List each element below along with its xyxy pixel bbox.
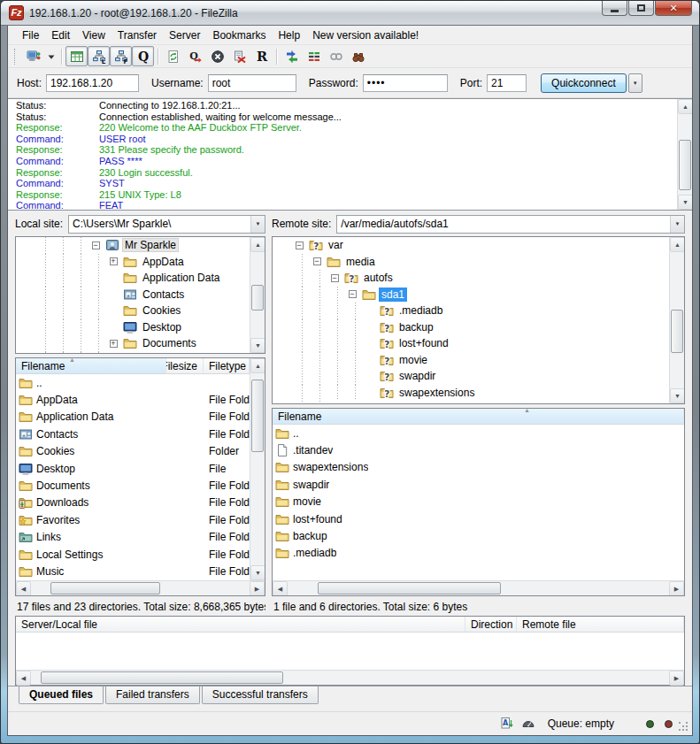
- toolbar-grip[interactable]: [14, 49, 17, 65]
- expander-minus-icon[interactable]: −: [296, 242, 304, 249]
- queue-column-header-remote-file[interactable]: Remote file: [517, 617, 684, 632]
- scroll-right-icon[interactable]: ▶: [250, 581, 265, 596]
- menu-item-server[interactable]: Server: [163, 27, 206, 44]
- menu-item-file[interactable]: File: [16, 27, 45, 44]
- expander-minus-icon[interactable]: −: [92, 242, 100, 249]
- cancel-button[interactable]: [206, 46, 228, 66]
- quickconnect-button[interactable]: Quickconnect: [541, 73, 627, 93]
- expander-minus-icon[interactable]: −: [331, 274, 339, 282]
- menu-item-edit[interactable]: Edit: [45, 27, 76, 44]
- scroll-up-icon[interactable]: ▲: [678, 99, 692, 114]
- file-row-titandev[interactable]: .titandev: [273, 441, 684, 458]
- file-row-lost-found[interactable]: lost+found: [273, 510, 684, 527]
- tree-item-swapdir[interactable]: swapdir: [273, 368, 669, 385]
- local-list-horizontal-scrollbar[interactable]: ◀ ▶: [16, 580, 265, 595]
- pane-splitter[interactable]: [265, 214, 272, 614]
- port-input[interactable]: [487, 74, 527, 92]
- maximize-button[interactable]: [628, 1, 654, 16]
- queue-horizontal-scrollbar[interactable]: ◀ ▶: [16, 670, 684, 685]
- tree-item-documents[interactable]: +Documents: [16, 335, 250, 352]
- file-row-up[interactable]: ..: [273, 425, 684, 441]
- expander-minus-icon[interactable]: −: [349, 290, 357, 298]
- remote-list-horizontal-scrollbar[interactable]: ◀ ▶: [273, 580, 684, 595]
- menu-item-view[interactable]: View: [76, 27, 112, 44]
- file-row-application-data[interactable]: Application DataFile Folder: [16, 409, 250, 426]
- tree-item-desktop[interactable]: Desktop: [16, 319, 250, 336]
- expander-plus-icon[interactable]: +: [110, 257, 118, 265]
- local-list-vertical-scrollbar[interactable]: ▲ ▼: [250, 358, 265, 580]
- tree-item-appdata[interactable]: +AppData: [16, 254, 250, 271]
- scroll-down-icon[interactable]: ▼: [250, 338, 265, 353]
- file-row-appdata[interactable]: AppDataFile Folder: [16, 391, 250, 408]
- column-header-filename[interactable]: ▲Filename: [16, 358, 166, 373]
- resize-grip[interactable]: [679, 722, 689, 732]
- remote-tree-vertical-scrollbar[interactable]: ▲ ▼: [669, 237, 684, 403]
- scroll-up-icon[interactable]: ▲: [670, 237, 685, 252]
- file-row-swapextensions[interactable]: swapextensions: [273, 459, 684, 476]
- file-row-documents[interactable]: DocumentsFile Folder: [16, 477, 250, 494]
- process-queue-button[interactable]: [184, 46, 206, 66]
- file-row-backup[interactable]: backup: [273, 527, 684, 544]
- find-files-button[interactable]: [347, 46, 369, 66]
- expander-plus-icon[interactable]: +: [110, 340, 118, 348]
- column-header-filesize[interactable]: Filesize: [166, 358, 204, 373]
- queue-column-header-server-local-file[interactable]: Server/Local file: [16, 617, 465, 632]
- title-bar[interactable]: Fz 192.168.1.20 - root@192.168.1.20 - Fi…: [1, 1, 699, 26]
- site-manager-button[interactable]: [22, 46, 44, 66]
- tree-item-cookies[interactable]: Cookies: [16, 303, 250, 319]
- file-row-cookies[interactable]: CookiesFolder: [16, 443, 250, 460]
- minimize-button[interactable]: [602, 1, 627, 16]
- scroll-up-icon[interactable]: ▲: [250, 358, 265, 373]
- column-header-filetype[interactable]: Filetype: [204, 358, 250, 373]
- tree-item-autofs[interactable]: −autofs: [273, 270, 669, 287]
- directory-comparison-button[interactable]: [281, 46, 303, 66]
- tree-item-mediadb[interactable]: .mediadb: [273, 303, 669, 319]
- toggle-message-log-button[interactable]: [65, 46, 88, 66]
- tree-item-sda1[interactable]: −sda1: [273, 287, 669, 303]
- tree-item-contacts[interactable]: Contacts: [16, 287, 250, 303]
- scroll-right-icon[interactable]: ▶: [669, 671, 684, 686]
- file-row-music[interactable]: MusicFile Folder: [16, 563, 250, 579]
- expander-minus-icon[interactable]: −: [313, 257, 321, 265]
- tab-failed-transfers[interactable]: Failed transfers: [105, 686, 200, 704]
- scroll-up-icon[interactable]: ▲: [250, 237, 265, 252]
- file-row-downloads[interactable]: DownloadsFile Folder: [16, 495, 250, 511]
- scroll-left-icon[interactable]: ◀: [273, 581, 288, 596]
- quickconnect-dropdown[interactable]: ▼: [628, 73, 642, 93]
- file-row-movie[interactable]: movie: [273, 494, 684, 510]
- file-row-local-settings[interactable]: Local SettingsFile Folder: [16, 546, 250, 563]
- disconnect-button[interactable]: [228, 46, 250, 66]
- toggle-remote-tree-button[interactable]: [110, 46, 132, 66]
- queue-column-header-direction[interactable]: Direction: [465, 617, 517, 632]
- scroll-right-icon[interactable]: ▶: [669, 581, 684, 596]
- site-manager-dropdown[interactable]: [44, 46, 58, 66]
- tree-item-swapextensions[interactable]: swapextensions: [273, 385, 669, 402]
- tree-item-mr-sparkle[interactable]: −Mr Sparkle: [16, 237, 250, 254]
- scroll-left-icon[interactable]: ◀: [16, 671, 31, 686]
- file-row-mediadb[interactable]: .mediadb: [273, 545, 684, 562]
- directory-filter-button[interactable]: [303, 46, 325, 66]
- caret-down-icon[interactable]: ▼: [670, 216, 684, 233]
- scroll-down-icon[interactable]: ▼: [250, 565, 265, 580]
- tree-item-backup[interactable]: backup: [273, 319, 669, 336]
- menu-item-help[interactable]: Help: [272, 27, 306, 44]
- tree-item-movie[interactable]: movie: [273, 352, 669, 369]
- toggle-local-tree-button[interactable]: [88, 46, 110, 66]
- scroll-left-icon[interactable]: ◀: [16, 581, 31, 596]
- local-tree-vertical-scrollbar[interactable]: ▲ ▼: [250, 237, 265, 353]
- remote-site-combo[interactable]: /var/media/autofs/sda1 ▼: [336, 215, 685, 234]
- file-row-favorites[interactable]: FavoritesFile Folder: [16, 511, 250, 528]
- toggle-queue-button[interactable]: [132, 46, 154, 66]
- host-input[interactable]: [46, 74, 139, 92]
- tree-item-media[interactable]: −media: [273, 254, 669, 271]
- menu-item-bookmarks[interactable]: Bookmarks: [206, 27, 272, 44]
- refresh-button[interactable]: [162, 46, 184, 66]
- tab-queued-files[interactable]: Queued files: [19, 686, 104, 704]
- local-site-combo[interactable]: C:\Users\Mr Sparkle\ ▼: [68, 215, 265, 234]
- tree-item-var[interactable]: −var: [273, 237, 669, 254]
- file-row-desktop[interactable]: DesktopFile: [16, 460, 250, 477]
- file-row-contacts[interactable]: ContactsFile Folder: [16, 426, 250, 442]
- reconnect-button[interactable]: [250, 46, 273, 66]
- tree-item-dvd[interactable]: dvd: [273, 401, 669, 403]
- scroll-down-icon[interactable]: ▼: [670, 388, 685, 403]
